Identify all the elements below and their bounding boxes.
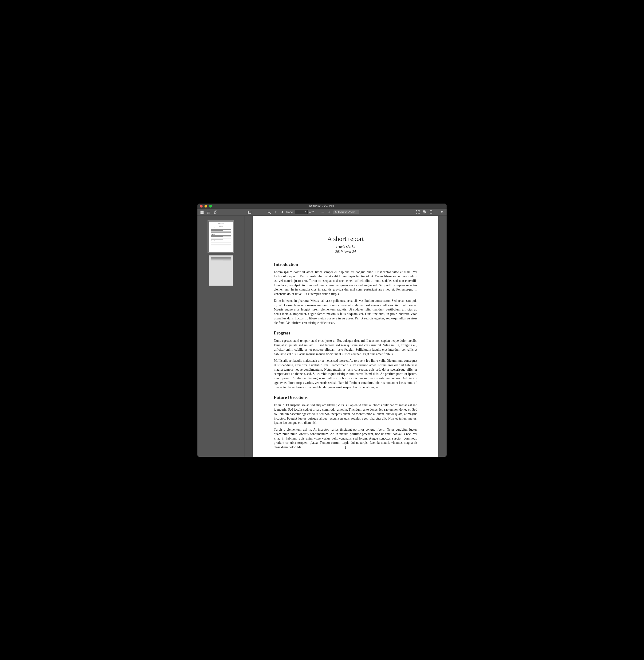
paragraph: Lorem ipsum dolor sit amet, litora sempe… [274, 270, 417, 296]
svg-rect-5 [208, 211, 210, 211]
svg-rect-0 [200, 211, 202, 212]
window-title: RStudio: View PDF [198, 204, 446, 208]
pdf-viewer-window: RStudio: View PDF [198, 204, 446, 457]
document-date: 2019 April 24 [274, 250, 417, 254]
svg-rect-3 [202, 212, 204, 214]
close-button[interactable] [200, 205, 203, 208]
pdf-page-1: A short report Travis Gerke 2019 April 2… [253, 216, 438, 457]
content-area: A short report Travis Gerke 2019 April 2… [198, 216, 446, 457]
document-author: Travis Gerke [274, 245, 417, 249]
zoom-in-button[interactable] [326, 210, 331, 215]
section-heading: Future Directions [274, 395, 417, 400]
svg-point-4 [207, 211, 208, 211]
svg-point-12 [268, 211, 270, 213]
outline-view-button[interactable] [206, 210, 211, 215]
svg-rect-7 [208, 212, 210, 212]
prev-page-button[interactable] [273, 210, 278, 215]
zoom-select[interactable]: Automatic Zoom [333, 210, 359, 214]
svg-line-13 [270, 212, 271, 214]
section-heading: Introduction [274, 262, 417, 267]
paragraph: Nunc egestas taciti tempor taciti eros, … [274, 339, 417, 356]
maximize-button[interactable] [209, 205, 212, 208]
sidebar-toggle-button[interactable] [247, 210, 252, 215]
zoom-select-value: Automatic Zoom [335, 211, 355, 214]
pdf-viewport[interactable]: A short report Travis Gerke 2019 April 2… [245, 216, 446, 457]
window-controls [200, 205, 212, 208]
download-button[interactable] [428, 210, 433, 215]
svg-rect-1 [202, 211, 204, 212]
svg-point-6 [207, 212, 208, 212]
svg-rect-19 [423, 212, 425, 213]
print-button[interactable] [422, 210, 427, 215]
thumbnails-view-button[interactable] [199, 210, 205, 215]
svg-rect-14 [322, 212, 324, 212]
svg-rect-2 [200, 212, 202, 214]
page-number: 1 [253, 446, 438, 450]
svg-rect-16 [329, 211, 329, 213]
zoom-out-button[interactable] [320, 210, 325, 215]
titlebar: RStudio: View PDF [198, 204, 446, 209]
document-title: A short report [274, 235, 417, 243]
paragraph: Mollis aliquet iaculis malesuada urna me… [274, 359, 417, 389]
section-heading: Progress [274, 331, 417, 336]
search-button[interactable] [267, 210, 272, 215]
svg-rect-9 [208, 213, 210, 213]
more-tools-button[interactable] [439, 210, 445, 215]
svg-rect-11 [248, 211, 249, 213]
thumbnail-page-2[interactable]: 2 [209, 255, 233, 286]
page-input[interactable] [295, 210, 308, 214]
svg-rect-17 [423, 211, 425, 211]
paragraph: Enim in lectus in pharetra. Metus habita… [274, 298, 417, 325]
fullscreen-button[interactable] [415, 210, 420, 215]
paragraph: Et eu in. Et suspendisse ac sed aliquam … [274, 403, 417, 425]
minimize-button[interactable] [205, 205, 207, 208]
toolbar: Page: of 2 Automatic Zoom [198, 209, 446, 216]
page-label: Page: [286, 211, 294, 214]
svg-point-8 [207, 213, 208, 214]
thumbnail-page-1[interactable]: A short report Travis Gerke 2019 April 2… [209, 222, 233, 252]
attachments-button[interactable] [212, 210, 217, 215]
page-total: of 2 [309, 211, 314, 214]
thumbnail-sidebar: A short report Travis Gerke 2019 April 2… [198, 216, 245, 457]
next-page-button[interactable] [280, 210, 285, 215]
